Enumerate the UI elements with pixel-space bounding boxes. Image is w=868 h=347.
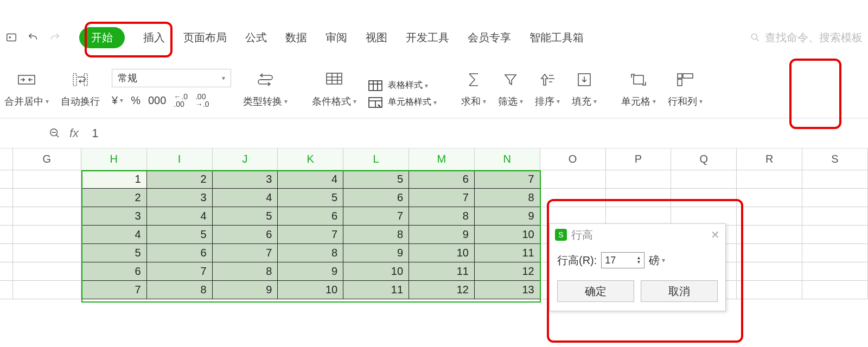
cell[interactable]: 6 <box>213 226 278 244</box>
spinner-icon[interactable]: ▲▼ <box>636 256 641 265</box>
cell[interactable] <box>606 170 672 189</box>
cell[interactable] <box>540 189 606 207</box>
cell[interactable]: 8 <box>409 207 475 226</box>
cell[interactable] <box>802 226 868 244</box>
cell[interactable] <box>737 207 802 226</box>
conditional-format-button[interactable]: 条件格式▾ <box>312 70 356 108</box>
cell[interactable]: 9 <box>278 262 343 281</box>
cell[interactable]: 11 <box>409 262 475 281</box>
decrease-decimal-button[interactable]: ←.0 .00 <box>174 93 188 108</box>
cell[interactable]: 9 <box>343 244 409 262</box>
close-icon[interactable]: ✕ <box>711 228 720 241</box>
cell[interactable]: 5 <box>213 207 278 226</box>
cell[interactable]: 3 <box>213 170 278 189</box>
cell[interactable]: 8 <box>278 244 343 262</box>
cells-button[interactable]: 单元格▾ <box>621 70 656 108</box>
row-height-input[interactable]: 17 ▲▼ <box>601 252 644 268</box>
merge-center-button[interactable]: 合并居中▾ <box>4 70 49 108</box>
cell[interactable]: 10 <box>409 244 475 262</box>
ok-button[interactable]: 确定 <box>557 280 634 302</box>
cell[interactable]: 4 <box>147 207 213 226</box>
tab-view[interactable]: 视图 <box>366 30 387 45</box>
tab-review[interactable]: 审阅 <box>326 30 347 45</box>
cell[interactable]: 13 <box>475 281 540 299</box>
cell[interactable] <box>737 170 802 189</box>
cell[interactable] <box>540 170 606 189</box>
column-header[interactable]: M <box>409 149 475 170</box>
cell[interactable]: 8 <box>213 262 278 281</box>
cell[interactable]: 8 <box>343 226 409 244</box>
cell[interactable] <box>13 189 81 207</box>
column-header[interactable]: N <box>475 149 540 170</box>
fx-label[interactable]: fx <box>69 126 79 140</box>
cell[interactable]: 7 <box>147 262 213 281</box>
column-header[interactable]: Q <box>671 149 737 170</box>
cell[interactable]: 7 <box>409 189 475 207</box>
table-style-button[interactable]: 表格样式▾ <box>368 80 428 91</box>
cell[interactable] <box>13 207 81 226</box>
cell[interactable] <box>540 207 606 226</box>
number-format-dropdown[interactable]: 常规 ▾ <box>112 69 231 87</box>
wrap-text-button[interactable]: 自动换行 <box>61 70 100 108</box>
cell[interactable] <box>802 281 868 299</box>
cell[interactable] <box>13 262 81 281</box>
cell[interactable]: 10 <box>475 226 540 244</box>
column-header[interactable]: P <box>606 149 672 170</box>
rows-cols-button[interactable]: 行和列▾ <box>668 70 703 108</box>
cell[interactable] <box>802 244 868 262</box>
tab-developer[interactable]: 开发工具 <box>406 30 449 45</box>
cell[interactable]: 5 <box>343 170 409 189</box>
tab-start[interactable]: 开始 <box>79 27 125 48</box>
cell[interactable]: 7 <box>213 244 278 262</box>
cell[interactable]: 6 <box>343 189 409 207</box>
cell[interactable]: 9 <box>475 207 540 226</box>
cancel-button[interactable]: 取消 <box>641 280 718 302</box>
cell[interactable] <box>737 281 802 299</box>
cell[interactable]: 7 <box>278 226 343 244</box>
cell[interactable]: 10 <box>343 262 409 281</box>
thousand-sep-button[interactable]: 000 <box>148 94 166 107</box>
formula-input[interactable]: 1 <box>87 124 863 143</box>
tab-page-layout[interactable]: 页面布局 <box>183 30 227 45</box>
cell[interactable]: 7 <box>343 207 409 226</box>
cell[interactable] <box>606 207 672 226</box>
column-header[interactable]: K <box>278 149 343 170</box>
cell[interactable] <box>802 207 868 226</box>
undo-icon[interactable] <box>27 31 39 43</box>
cell[interactable] <box>737 226 802 244</box>
cell[interactable]: 4 <box>213 189 278 207</box>
cell[interactable]: 4 <box>278 170 343 189</box>
cell[interactable]: 2 <box>147 170 213 189</box>
cell[interactable] <box>13 226 81 244</box>
cell[interactable] <box>13 281 81 299</box>
column-header[interactable]: S <box>802 149 868 170</box>
cell[interactable]: 11 <box>343 281 409 299</box>
sort-button[interactable]: 排序▾ <box>535 70 560 108</box>
column-header[interactable]: R <box>737 149 802 170</box>
cell[interactable]: 11 <box>475 244 540 262</box>
cell[interactable]: 10 <box>278 281 343 299</box>
cell[interactable]: 12 <box>409 281 475 299</box>
type-convert-button[interactable]: 类型转换▾ <box>243 70 288 108</box>
cell[interactable] <box>737 262 802 281</box>
sum-button[interactable]: 求和▾ <box>461 70 486 108</box>
cell[interactable] <box>802 170 868 189</box>
cell[interactable]: 5 <box>278 189 343 207</box>
cell[interactable]: 2 <box>81 189 147 207</box>
column-header[interactable]: I <box>147 149 213 170</box>
quick-access-icon[interactable] <box>5 31 17 43</box>
cell[interactable]: 7 <box>475 170 540 189</box>
tab-smart-tools[interactable]: 智能工具箱 <box>529 30 584 45</box>
cell[interactable]: 5 <box>81 244 147 262</box>
column-header[interactable]: H <box>81 149 147 170</box>
cell[interactable]: 7 <box>81 281 147 299</box>
cell[interactable]: 5 <box>147 226 213 244</box>
unit-dropdown[interactable]: 磅▾ <box>649 253 665 268</box>
filter-button[interactable]: 筛选▾ <box>498 70 523 108</box>
cell[interactable]: 12 <box>475 262 540 281</box>
cell[interactable] <box>606 189 672 207</box>
cell[interactable] <box>737 189 802 207</box>
cell[interactable] <box>737 244 802 262</box>
cell[interactable] <box>671 170 737 189</box>
tab-data[interactable]: 数据 <box>285 30 307 45</box>
